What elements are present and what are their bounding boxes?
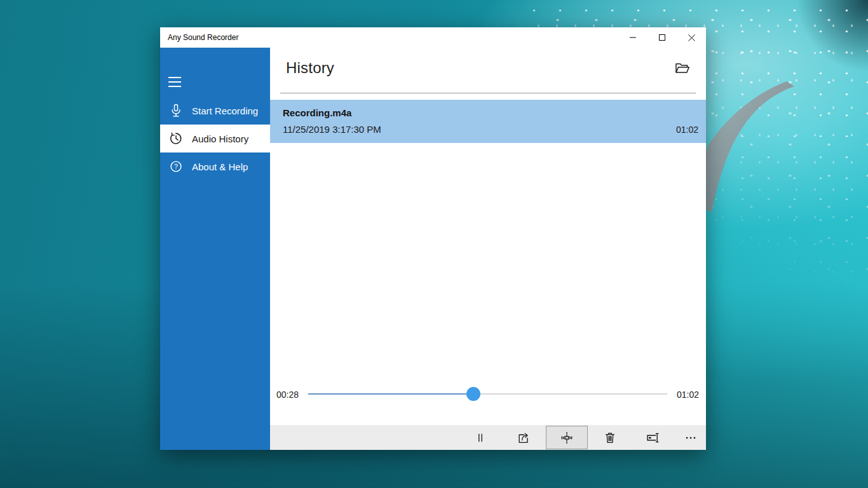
maximize-button[interactable] (648, 27, 677, 48)
delete-button[interactable] (588, 425, 632, 450)
rename-button[interactable] (632, 425, 675, 450)
delete-icon (603, 431, 617, 445)
share-button[interactable] (502, 425, 545, 450)
sidebar-item-label: Start Recording (192, 105, 258, 116)
recording-list-item[interactable]: Recording.m4a 11/25/2019 3:17:30 PM 01:0… (270, 100, 706, 143)
window-title: Any Sound Recorder (160, 33, 618, 42)
open-folder-button[interactable] (673, 59, 692, 77)
microphone-icon (169, 104, 183, 118)
playback-controls: 00:28 01:02 (270, 384, 706, 405)
command-bar (270, 425, 706, 450)
seek-slider[interactable] (308, 393, 667, 395)
minimize-icon (630, 34, 636, 41)
close-icon (688, 34, 695, 41)
total-time: 01:02 (677, 390, 699, 400)
sidebar-item-audio-history[interactable]: Audio History (160, 125, 270, 152)
help-icon: ? (169, 159, 183, 173)
sidebar-item-start-recording[interactable]: Start Recording (160, 97, 270, 125)
close-button[interactable] (677, 27, 706, 48)
surfboard-fin (699, 81, 808, 219)
recording-datetime: 11/25/2019 3:17:30 PM (283, 124, 381, 135)
more-icon (684, 431, 698, 445)
sidebar-nav: Start Recording Audio History (160, 97, 270, 180)
rename-icon (646, 430, 661, 445)
history-icon (169, 132, 183, 146)
page-title: History (286, 59, 334, 77)
header-divider (280, 93, 696, 93)
recording-duration: 01:02 (676, 125, 698, 135)
title-bar[interactable]: Any Sound Recorder (160, 27, 706, 48)
sidebar-item-label: About & Help (192, 161, 248, 172)
sidebar: Start Recording Audio History (160, 48, 270, 450)
slider-thumb[interactable] (466, 387, 480, 401)
app-window: Any Sound Recorder (160, 27, 706, 450)
sidebar-item-about-help[interactable]: ? About & Help (160, 152, 270, 180)
pause-icon (474, 431, 487, 444)
maximize-icon (659, 34, 665, 41)
minimize-button[interactable] (618, 27, 648, 48)
more-button[interactable] (675, 425, 706, 450)
pause-button[interactable] (459, 425, 502, 450)
share-icon (517, 431, 531, 445)
svg-text:?: ? (174, 163, 178, 170)
trim-button[interactable] (546, 426, 588, 449)
elapsed-time: 00:28 (276, 390, 299, 400)
trim-icon (559, 430, 574, 445)
caption-buttons (618, 27, 706, 48)
slider-fill (308, 393, 473, 395)
hamburger-menu-icon[interactable] (168, 77, 181, 87)
sidebar-item-label: Audio History (192, 133, 248, 144)
recording-name: Recording.m4a (283, 107, 351, 118)
main-pane: History Recording.m4a 11/25/2019 3:17:30… (270, 48, 706, 450)
open-folder-icon (674, 60, 691, 76)
